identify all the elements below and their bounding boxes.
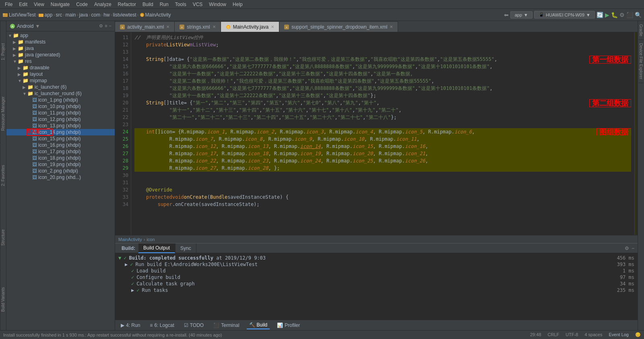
tree-item-manifests[interactable]: ▶ 📁 manifests — [6, 39, 115, 45]
list-item-icon19[interactable]: ▶ 🖼 icon_19.png (xhdpi) — [6, 161, 115, 168]
tree-item-layout[interactable]: ▶ 📁 layout — [6, 71, 115, 77]
tab-activity-main[interactable]: X activity_main.xml ✕ — [115, 21, 175, 32]
menu-code[interactable]: Code — [73, 1, 91, 8]
event-log-btn[interactable]: Event Log — [609, 332, 629, 337]
favorites-tab[interactable]: 2: Favorites — [0, 145, 6, 206]
path-app: app — [44, 12, 52, 18]
menu-run[interactable]: Run — [157, 1, 172, 8]
menu-tools[interactable]: Tools — [172, 1, 190, 8]
menu-refactor[interactable]: Refactor — [115, 1, 139, 8]
path-main: main — [66, 12, 76, 18]
tab-strings[interactable]: X strings.xml ✕ — [175, 21, 221, 32]
project-panel: A Android ▼ ⚙ ≡ − ▼ 📁 app ▶ 📁 manifests — [6, 21, 115, 330]
minimize-build-icon[interactable]: − — [632, 245, 634, 251]
settings-icon[interactable]: ⚙ — [99, 23, 103, 29]
tree-item-iclauncher[interactable]: ▶ 📁 ic_launcher (6) — [6, 84, 115, 90]
gradle-tab[interactable]: Gradle — [638, 21, 644, 40]
tab-build-output[interactable]: Build Output — [138, 243, 175, 253]
run-tb-icon: ▶ — [121, 322, 124, 328]
right-side-tabs: Gradle Device File Explorer — [638, 21, 644, 330]
path-src: src — [56, 12, 62, 18]
list-item-icon2[interactable]: ▶ 🖼 icon_2.png (xhdpi) — [6, 168, 115, 174]
tree-item-mipmap[interactable]: ▼ 📁 mipmap — [6, 77, 115, 84]
project-tab[interactable]: 1: Project — [0, 21, 6, 83]
tree-item-java-gen[interactable]: ▶ 📁 java (generated) — [6, 52, 115, 58]
list-item-icon16[interactable]: ▶ 🖼 icon_16.png (xhdpi) — [6, 142, 115, 148]
list-item-icon1[interactable]: ▶ 🖼 icon_1.png (xhdpi) — [6, 97, 115, 103]
image-icon-10: 🖼 — [32, 104, 37, 109]
menu-file[interactable]: File — [2, 1, 16, 8]
settings-build-icon[interactable]: ⚙ — [625, 245, 629, 251]
tree-item-res[interactable]: ▼ 📁 res — [6, 58, 115, 64]
bottom-toolbar-run[interactable]: ▶ 4: Run — [118, 322, 142, 329]
list-item-icon20[interactable]: ▶ 🖼 icon_20.png (xhd...) — [6, 174, 115, 181]
menu-analyze[interactable]: Analyze — [91, 1, 115, 8]
annotation-group1: 第一组数据 — [589, 56, 631, 64]
breadcrumb-sep: › — [144, 237, 145, 242]
tree-item-java[interactable]: ▶ 📁 java — [6, 45, 115, 52]
back-icon[interactable]: ⬅ — [504, 12, 509, 18]
bottom-toolbar-profiler[interactable]: 📊 Profiler — [275, 322, 302, 329]
breadcrumb-mainactivity[interactable]: MainActivity — [118, 237, 142, 242]
code-line-30 — [134, 172, 631, 179]
code-line-14: String[] data = {"这是第一条数据","这是第二条数据，我很帅！… — [134, 56, 631, 63]
app-config-btn[interactable]: app ▼ — [510, 11, 533, 19]
structure-tab[interactable]: Structure — [0, 206, 6, 268]
menu-help[interactable]: Help — [229, 1, 246, 8]
list-item-icon17[interactable]: ▶ 🖼 icon_17.png (xhdpi) — [6, 148, 115, 155]
bottom-toolbar-logcat[interactable]: ≡ 6: Logcat — [147, 322, 176, 329]
panel-dropdown[interactable]: ▼ — [35, 23, 40, 29]
tree-item-app[interactable]: ▼ 📁 app — [6, 32, 115, 39]
breadcrumb-icon[interactable]: icon — [147, 237, 155, 242]
list-item-icon15[interactable]: ▶ 🖼 icon_15.png (xhdpi) — [6, 135, 115, 142]
run-icon[interactable]: ▶ — [605, 12, 609, 18]
close-tab-2[interactable]: ✕ — [213, 25, 216, 29]
tree-item-drawable[interactable]: ▶ 📁 drawable — [6, 64, 115, 71]
android-icon: A — [10, 23, 15, 29]
tree-item-iclauncher-round[interactable]: ▼ 📁 ic_launcher_round (6) — [6, 90, 115, 97]
folder-icon-iclauncher-round: 📁 — [27, 91, 33, 96]
list-item-icon14[interactable]: ▶ 🖼 icon_14.png (xhdpi) 导入图 — [6, 129, 115, 135]
menu-view[interactable]: View — [31, 1, 47, 8]
device-btn[interactable]: 📱 HUAWEI CPN-W09 ▼ — [534, 11, 595, 19]
terminal-icon: ⬛ — [213, 322, 219, 328]
close-tab-1[interactable]: ✕ — [166, 25, 169, 29]
list-item-icon12[interactable]: ▶ 🖼 icon_12.png (xhdpi) — [6, 116, 115, 123]
menu-vcs[interactable]: VCS — [190, 1, 206, 8]
debug-icon[interactable]: 🐛 — [611, 12, 618, 18]
close-tab-3[interactable]: ✕ — [271, 25, 274, 29]
list-item-icon10[interactable]: ▶ 🖼 icon_10.png (xhdpi) — [6, 103, 115, 110]
indent-indicator: 4 spaces — [584, 332, 602, 337]
sync-icon[interactable]: 🔄 — [597, 12, 603, 18]
list-item-icon11[interactable]: ▶ 🖼 icon_11.png (xhdpi) — [6, 110, 115, 116]
bottom-toolbar-terminal[interactable]: ⬛ Terminal — [211, 322, 242, 329]
close-tab-4[interactable]: ✕ — [390, 25, 393, 29]
device-file-explorer-tab[interactable]: Device File Explorer — [638, 40, 644, 83]
toolbar-path: ListViewTest › app › src › main › java ›… — [2, 12, 502, 18]
build-text-3: Load build — [136, 268, 165, 274]
bottom-toolbar-build[interactable]: 🔨 Build — [247, 321, 270, 329]
code-content[interactable]: // 声明要用的ListView控件 private ListView mLis… — [131, 32, 634, 235]
java-file-icon: C — [226, 25, 231, 29]
image-icon-19: 🖼 — [32, 162, 37, 167]
menu-navigate[interactable]: Navigate — [47, 1, 73, 8]
menu-build[interactable]: Build — [139, 1, 157, 8]
build-variants-tab[interactable]: Build Variants — [0, 268, 6, 330]
tab-mainactivity[interactable]: C MainActivity.java ✕ — [221, 21, 279, 32]
image-icon: 🖼 — [32, 97, 37, 103]
list-item-icon18[interactable]: ▶ 🖼 icon_18.png (xhdpi) — [6, 155, 115, 161]
stop-icon[interactable]: ⬛ — [626, 12, 633, 18]
resource-manager-tab[interactable]: Resource Manager — [0, 83, 6, 144]
java-icon: C — [140, 12, 144, 17]
gear-icon[interactable]: ≡ — [105, 23, 107, 29]
menu-window[interactable]: Window — [206, 1, 229, 8]
code-line-27: R.mipmap.icon_17, R.mipmap.icon_18, R.mi… — [134, 150, 631, 157]
tab-spinner[interactable]: X support_simple_spinner_dropdown_item.x… — [279, 21, 398, 32]
list-item-icon13[interactable]: ▶ 🖼 icon_13.png (xhdpi) — [6, 123, 115, 129]
bottom-toolbar-todo[interactable]: ☑ TODO — [182, 322, 206, 329]
coverage-icon[interactable]: ⚙ — [619, 12, 625, 18]
search-icon[interactable]: 🔍 — [635, 12, 642, 18]
menu-edit[interactable]: Edit — [16, 1, 31, 8]
minimize-icon[interactable]: − — [109, 23, 111, 29]
tab-sync[interactable]: Sync — [175, 243, 196, 253]
